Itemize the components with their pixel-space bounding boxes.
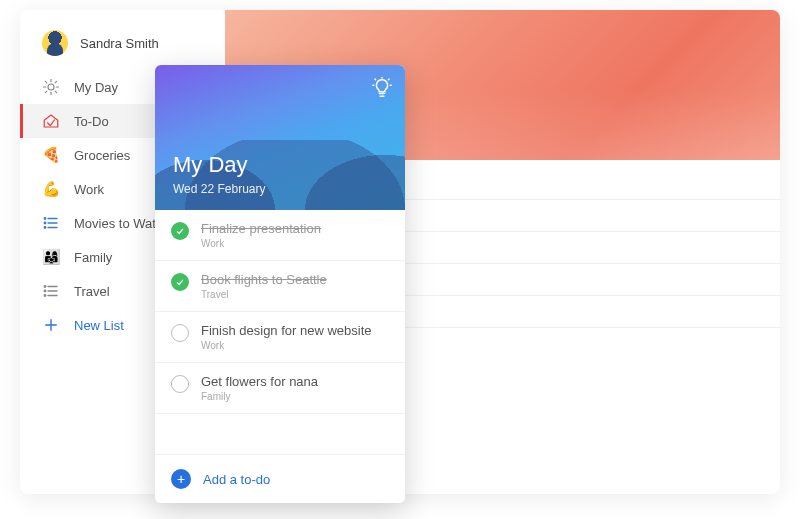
svg-point-20 xyxy=(44,295,46,297)
svg-point-0 xyxy=(48,84,54,90)
add-todo-label: Add a to-do xyxy=(203,472,270,487)
checkbox-unchecked-icon[interactable] xyxy=(171,324,189,342)
svg-point-13 xyxy=(44,222,46,224)
pizza-icon: 🍕 xyxy=(42,146,60,164)
sidebar-item-label: Travel xyxy=(74,284,110,299)
myday-card: My Day Wed 22 February Finalize presenta… xyxy=(155,65,405,503)
task-row[interactable]: Book flights to Seattle Travel xyxy=(155,261,405,312)
sidebar-item-label: To-Do xyxy=(74,114,109,129)
myday-date: Wed 22 February xyxy=(173,182,387,196)
myday-title: My Day xyxy=(173,152,387,178)
myday-task-list: Finalize presentation Work Book flights … xyxy=(155,210,405,454)
svg-line-5 xyxy=(45,81,47,83)
task-row[interactable]: Finish design for new website Work xyxy=(155,312,405,363)
list-icon xyxy=(42,282,60,300)
user-name: Sandra Smith xyxy=(80,36,159,51)
svg-line-7 xyxy=(45,91,47,93)
plus-icon xyxy=(42,316,60,334)
task-title: Get flowers for nana xyxy=(201,374,318,389)
svg-line-26 xyxy=(375,79,376,80)
sidebar-item-label: My Day xyxy=(74,80,118,95)
add-todo-button[interactable]: + Add a to-do xyxy=(155,454,405,503)
task-row[interactable]: Finalize presentation Work xyxy=(155,210,405,261)
plus-circle-icon: + xyxy=(171,469,191,489)
svg-point-14 xyxy=(44,227,46,229)
task-category: Family xyxy=(201,391,318,402)
avatar xyxy=(42,30,68,56)
sidebar-item-label: New List xyxy=(74,318,124,333)
svg-point-18 xyxy=(44,286,46,288)
task-title: Finish design for new website xyxy=(201,323,372,338)
task-title: Book flights to Seattle xyxy=(201,272,327,287)
svg-point-19 xyxy=(44,290,46,292)
myday-hero: My Day Wed 22 February xyxy=(155,65,405,210)
svg-line-6 xyxy=(55,91,57,93)
task-category: Work xyxy=(201,238,321,249)
sidebar-item-label: Work xyxy=(74,182,104,197)
sun-icon xyxy=(42,78,60,96)
user-profile[interactable]: Sandra Smith xyxy=(20,22,225,70)
task-row[interactable]: Get flowers for nana Family xyxy=(155,363,405,414)
svg-line-8 xyxy=(55,81,57,83)
home-icon xyxy=(42,112,60,130)
task-title: Finalize presentation xyxy=(201,221,321,236)
sidebar-item-label: Family xyxy=(74,250,112,265)
list-icon xyxy=(42,214,60,232)
svg-line-27 xyxy=(388,79,389,80)
sidebar-item-label: Groceries xyxy=(74,148,130,163)
lightbulb-icon[interactable] xyxy=(371,77,393,99)
checkbox-unchecked-icon[interactable] xyxy=(171,375,189,393)
people-icon: 👨‍👩‍👧 xyxy=(42,248,60,266)
task-category: Travel xyxy=(201,289,327,300)
arm-icon: 💪 xyxy=(42,180,60,198)
svg-point-12 xyxy=(44,218,46,220)
checkbox-checked-icon[interactable] xyxy=(171,273,189,291)
task-category: Work xyxy=(201,340,372,351)
checkbox-checked-icon[interactable] xyxy=(171,222,189,240)
